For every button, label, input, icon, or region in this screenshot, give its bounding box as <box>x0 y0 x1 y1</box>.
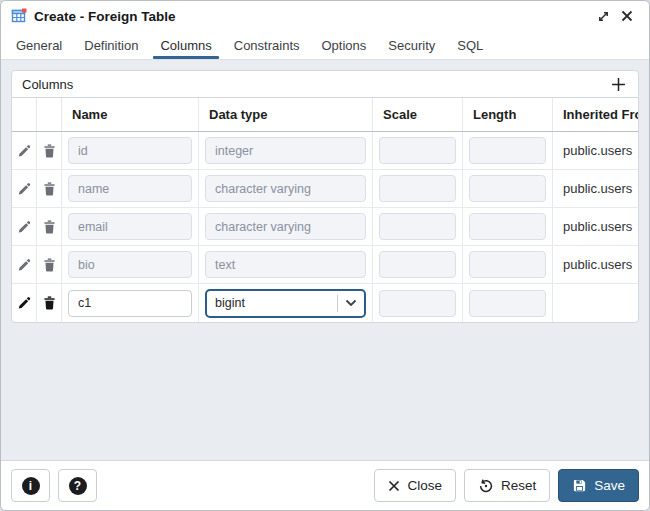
pencil-icon <box>17 182 31 196</box>
reset-icon <box>478 478 494 494</box>
table-row: bigint <box>12 284 638 322</box>
column-length-input <box>469 137 546 164</box>
edit-row-button[interactable] <box>13 290 35 316</box>
inherited-from-value: public.users <box>553 143 638 158</box>
plus-icon <box>611 77 626 92</box>
column-name-input <box>68 213 192 240</box>
save-button[interactable]: Save <box>558 469 639 502</box>
help-button[interactable]: ? <box>58 469 97 502</box>
close-icon <box>621 10 633 22</box>
header-delete-spacer <box>37 98 62 131</box>
column-datatype-value: bigint <box>207 296 337 310</box>
tab-constraints[interactable]: Constraints <box>223 31 311 59</box>
pencil-icon <box>17 220 31 234</box>
trash-icon <box>43 182 56 196</box>
reset-button[interactable]: Reset <box>464 469 550 502</box>
info-button[interactable]: i <box>11 469 50 502</box>
column-name-input <box>68 251 192 278</box>
dialog-title: Create - Foreign Table <box>34 9 176 24</box>
delete-row-button[interactable] <box>38 290 60 316</box>
column-length-input <box>469 213 546 240</box>
tab-general[interactable]: General <box>5 31 73 59</box>
column-scale-input <box>379 290 456 317</box>
close-button-label: Close <box>407 478 442 493</box>
help-icon: ? <box>69 477 87 495</box>
table-row: public.users <box>12 170 638 208</box>
header-data-type: Data type <box>199 98 373 131</box>
tab-sql[interactable]: SQL <box>446 31 494 59</box>
dialog-tabs: General Definition Columns Constraints O… <box>1 31 649 60</box>
tab-security[interactable]: Security <box>377 31 446 59</box>
column-scale-input <box>379 175 456 202</box>
expand-diagonal-icon <box>597 10 610 23</box>
columns-panel-header: Columns <box>12 71 638 98</box>
pencil-icon <box>17 296 31 310</box>
dialog-footer: i ? Close Reset <box>1 460 649 510</box>
tab-definition[interactable]: Definition <box>73 31 149 59</box>
delete-row-button[interactable] <box>38 138 60 164</box>
header-scale: Scale <box>373 98 463 131</box>
edit-row-button[interactable] <box>13 176 35 202</box>
columns-grid-header: Name Data type Scale Length Inherited Fr… <box>12 98 638 132</box>
delete-row-button[interactable] <box>38 214 60 240</box>
delete-row-button[interactable] <box>38 176 60 202</box>
delete-row-button[interactable] <box>38 252 60 278</box>
column-length-input <box>469 251 546 278</box>
save-button-label: Save <box>594 478 625 493</box>
columns-grid: Name Data type Scale Length Inherited Fr… <box>12 98 638 322</box>
trash-icon <box>43 144 56 158</box>
columns-grid-body: public.users <box>12 132 638 322</box>
table-row: public.users <box>12 246 638 284</box>
expand-dialog-button[interactable] <box>591 4 615 28</box>
header-length: Length <box>463 98 553 131</box>
pencil-icon <box>17 144 31 158</box>
column-scale-input <box>379 137 456 164</box>
column-datatype-input <box>205 175 366 202</box>
column-datatype-input <box>205 137 366 164</box>
column-name-input[interactable] <box>68 290 192 317</box>
dialog-titlebar: Create - Foreign Table <box>1 1 649 31</box>
trash-icon <box>43 258 56 272</box>
column-scale-input <box>379 251 456 278</box>
inherited-from-value: public.users <box>553 181 638 196</box>
header-name: Name <box>62 98 199 131</box>
dialog-content: Columns Name Data type Scale Length Inhe… <box>1 60 649 460</box>
header-inherited-from: Inherited From <box>553 98 638 131</box>
table-row: public.users <box>12 208 638 246</box>
tab-columns[interactable]: Columns <box>149 31 222 59</box>
trash-icon <box>43 296 56 310</box>
inherited-from-value: public.users <box>553 219 638 234</box>
pencil-icon <box>17 258 31 272</box>
table-row: public.users <box>12 132 638 170</box>
column-datatype-select[interactable]: bigint <box>205 289 366 318</box>
columns-panel: Columns Name Data type Scale Length Inhe… <box>11 70 639 323</box>
trash-icon <box>43 220 56 234</box>
info-icon: i <box>22 477 40 495</box>
column-scale-input <box>379 213 456 240</box>
edit-row-button[interactable] <box>13 214 35 240</box>
tab-options[interactable]: Options <box>311 31 378 59</box>
save-floppy-icon <box>572 478 587 493</box>
header-edit-spacer <box>12 98 37 131</box>
close-dialog-button[interactable] <box>615 4 639 28</box>
column-datatype-input <box>205 213 366 240</box>
edit-row-button[interactable] <box>13 138 35 164</box>
create-foreign-table-dialog: Create - Foreign Table General Definitio… <box>0 0 650 511</box>
column-name-input <box>68 137 192 164</box>
close-x-icon <box>388 480 400 492</box>
chevron-down-icon[interactable] <box>338 299 364 307</box>
reset-button-label: Reset <box>501 478 536 493</box>
column-length-input <box>469 175 546 202</box>
column-datatype-input <box>205 251 366 278</box>
columns-panel-title: Columns <box>22 77 73 92</box>
column-name-input <box>68 175 192 202</box>
add-column-button[interactable] <box>606 73 630 95</box>
column-length-input <box>469 290 546 317</box>
edit-row-button[interactable] <box>13 252 35 278</box>
foreign-table-icon <box>11 8 27 24</box>
inherited-from-value: public.users <box>553 257 638 272</box>
close-button[interactable]: Close <box>374 469 456 502</box>
